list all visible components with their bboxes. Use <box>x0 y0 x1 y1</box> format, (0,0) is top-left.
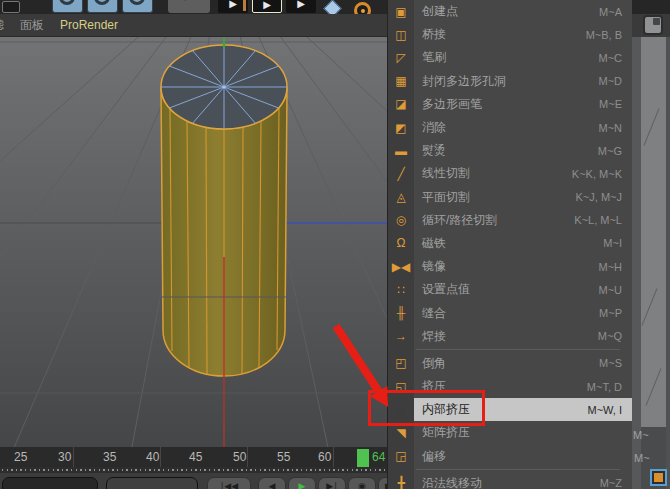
menu-item-shortcut: M~W, I <box>587 404 622 416</box>
render-view-button[interactable]: ▶ <box>218 0 248 13</box>
menu-item-bridge[interactable]: ◫桥接M~B, B <box>388 23 632 46</box>
mirror-icon: ▶◀ <box>388 261 414 273</box>
menu-item-brush[interactable]: ◸笔刷M~C <box>388 46 632 69</box>
viewport-menu-filter[interactable]: 滤 <box>0 14 4 37</box>
menu-item-plane-cut[interactable]: ◬平面切割K~J, M~J <box>388 186 632 209</box>
cube-icon[interactable] <box>323 0 341 14</box>
menu-item-body: 倒角M~S <box>414 352 632 375</box>
menu-item-body: 笔刷M~C <box>414 46 632 69</box>
menu-item-label: 桥接 <box>422 26 446 43</box>
previous-frame-button[interactable]: ◀ <box>258 477 286 489</box>
menu-item-set-point-value[interactable]: ∷设置点值M~U <box>388 278 632 301</box>
loop-path-cut-icon: ◎ <box>388 214 414 226</box>
menu-item-shortcut: M~Q <box>598 330 622 342</box>
menu-item-label: 缝合 <box>422 305 446 322</box>
menu-separator <box>388 349 632 352</box>
menu-item-label: 设置点值 <box>422 281 470 298</box>
grid-line <box>644 108 660 145</box>
smooth-shift-icon: ◲ <box>388 450 414 462</box>
menu-item-label: 倒角 <box>422 355 446 372</box>
menu-item-shortcut: M~U <box>598 284 622 296</box>
menu-item-smooth-shift[interactable]: ◲偏移 <box>388 445 632 468</box>
bevel-icon: ◰ <box>388 357 414 369</box>
menu-item-body: 镜像M~H <box>414 255 632 278</box>
menu-item-shortcut: M~C <box>598 52 622 64</box>
start-frame-field[interactable] <box>2 477 98 489</box>
menu-item-shortcut: M~A <box>599 6 622 18</box>
menu-item-label: 线性切割 <box>422 165 470 182</box>
menu-item-loop-path-cut[interactable]: ◎循环/路径切割K~L, M~L <box>388 209 632 232</box>
timeline-tick <box>160 447 161 467</box>
menu-item-stitch[interactable]: ╫缝合M~P <box>388 301 632 324</box>
render-settings-button[interactable]: ▶ <box>286 0 316 13</box>
menu-item-body: 设置点值M~U <box>414 278 632 301</box>
set-point-value-icon: ∷ <box>388 284 414 296</box>
menu-item-polygon-pen[interactable]: ◪多边形画笔M~E <box>388 93 632 116</box>
menu-item-label: 封闭多边形孔洞 <box>422 73 506 90</box>
orbit-tool-icon[interactable] <box>122 0 153 13</box>
menu-item-shortcut: M~E <box>599 98 622 110</box>
menu-item-shortcut: K~J, M~J <box>576 191 622 203</box>
menu-item-shortcut: M~N <box>598 122 622 134</box>
goto-start-button[interactable]: ∣◀◀ <box>207 477 251 489</box>
arrow-icon[interactable]: ➜ <box>168 0 210 13</box>
menu-item-shortcut: M~I <box>603 237 622 249</box>
timeline-tick <box>333 447 334 467</box>
iron-icon: ▬ <box>388 145 414 157</box>
menu-item-close-polygon-hole[interactable]: ▦封闭多边形孔洞M~D <box>388 70 632 93</box>
timeline-tick <box>247 447 248 467</box>
menu-item-body: 偏移 <box>414 445 632 468</box>
menu-item-dissolve[interactable]: ◩消除M~N <box>388 116 632 139</box>
menu-item-bevel[interactable]: ◰倒角M~S <box>388 352 632 375</box>
orbit-tool-icon[interactable] <box>87 0 118 13</box>
end-frame-field[interactable] <box>106 477 198 489</box>
menu-item-create-point[interactable]: ▣创建点M~A <box>388 0 632 23</box>
menu-item-line-cut[interactable]: ╱线性切割K~K, M~K <box>388 162 632 185</box>
viewport-right-sliver <box>641 37 666 427</box>
menu-item-label: 循环/路径切割 <box>422 212 497 229</box>
sphere-icon[interactable] <box>354 2 371 14</box>
menu-item-body: 创建点M~A <box>414 0 632 23</box>
panel-toggle-icon[interactable] <box>643 15 663 35</box>
menu-item-iron[interactable]: ▬熨烫M~G <box>388 139 632 162</box>
menu-item-label: 焊接 <box>422 328 446 345</box>
menu-item-body: 磁铁M~I <box>414 232 632 255</box>
menu-item-shortcut: M~Z <box>600 477 622 489</box>
play-button[interactable]: ▶ <box>288 477 316 489</box>
menu-item-label: 镜像 <box>422 258 446 275</box>
close-polygon-hole-icon: ▦ <box>388 75 414 87</box>
timeline-current-frame-label: 64 <box>372 450 385 464</box>
orbit-tool-icon[interactable] <box>52 0 83 13</box>
timeline-frame-label: 25 <box>14 450 27 464</box>
right-edge-strip: M~ M~ <box>632 0 670 489</box>
menu-item-weld[interactable]: →焊接M~Q <box>388 325 632 348</box>
menu-item-body: 焊接M~Q <box>414 325 632 348</box>
menu-item-magnet[interactable]: Ω磁铁M~I <box>388 232 632 255</box>
menu-item-mirror[interactable]: ▶◀镜像M~H <box>388 255 632 278</box>
menu-item-label: 平面切割 <box>422 189 470 206</box>
viewport-menu-panel[interactable]: 面板 <box>20 14 44 37</box>
menu-item-shortcut: M~B, B <box>586 29 622 41</box>
menu-item-body: 循环/路径切割K~L, M~L <box>414 209 632 232</box>
menu-item-shortcut: M~T, D <box>587 381 622 393</box>
next-frame-button[interactable]: ▶∣ <box>318 477 346 489</box>
menu-item-label: 消除 <box>422 119 446 136</box>
stitch-icon: ╫ <box>388 307 414 319</box>
partial-shortcut-text: M~ <box>634 452 650 464</box>
menu-separator <box>388 469 632 472</box>
timeline-tick <box>73 447 74 467</box>
record-button[interactable]: ◉ <box>348 477 376 489</box>
grid-line <box>642 288 658 325</box>
comment-icon[interactable] <box>2 1 20 13</box>
matrix-extrude-icon: ◥ <box>388 427 414 439</box>
render-active-button[interactable]: ▶ <box>252 0 282 13</box>
timeline-frame-label: 40 <box>146 450 159 464</box>
viewport-menu-prorender[interactable]: ProRender <box>60 14 118 37</box>
menu-item-body: 消除M~N <box>414 116 632 139</box>
viewport-bar-continuation <box>632 14 670 37</box>
menu-item-move-normal[interactable]: ╋沿法线移动M~Z <box>388 472 632 489</box>
edge-divider <box>666 37 670 489</box>
magnet-icon: Ω <box>388 237 414 249</box>
polygon-pen-icon: ◪ <box>388 98 414 110</box>
selected-tool-icon[interactable] <box>650 469 667 486</box>
